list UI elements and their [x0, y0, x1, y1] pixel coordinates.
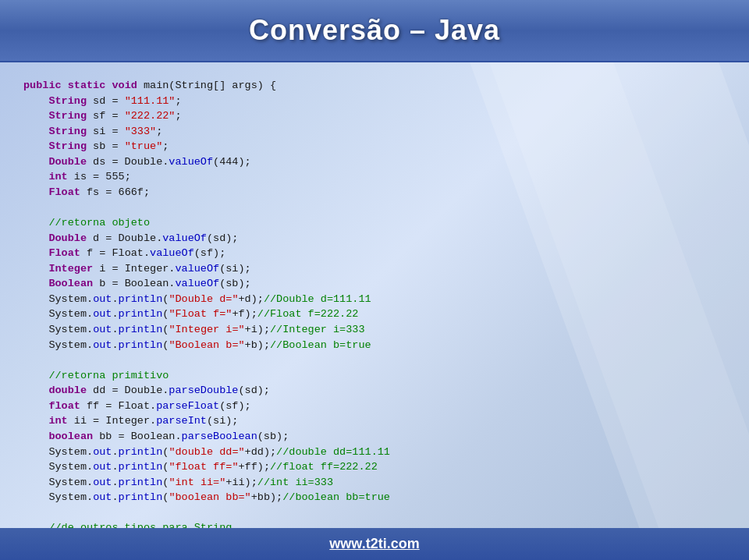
code-line-14: Boolean b = Boolean.valueOf(sb);	[23, 276, 726, 292]
code-line-24: boolean bb = Boolean.parseBoolean(sb);	[23, 429, 726, 445]
code-line-28: System.out.println("boolean bb="+bb);//b…	[23, 490, 726, 505]
code-line-29	[23, 505, 726, 521]
title-bar: Conversão – Java	[0, 0, 749, 62]
code-line-27: System.out.println("int ii="+ii);//int i…	[23, 475, 726, 491]
code-line-16: System.out.println("Float f="+f);//Float…	[23, 307, 726, 322]
code-line-2: String sd = "111.11";	[23, 94, 726, 109]
footer-url: www.t2ti.com	[329, 536, 419, 551]
code-line-1: public static void main(String[] args) {	[23, 78, 726, 94]
code-line-20: //retorna primitivo	[23, 368, 726, 384]
code-line-23: int ii = Integer.parseInt(si);	[23, 413, 726, 429]
code-line-9	[23, 200, 726, 216]
code-line-22: float ff = Float.parseFloat(sf);	[23, 399, 726, 414]
code-line-15: System.out.println("Double d="+d);//Doub…	[23, 292, 726, 307]
page-title: Conversão – Java	[249, 14, 500, 46]
code-block: public static void main(String[] args) {…	[23, 78, 726, 529]
code-line-19	[23, 353, 726, 368]
code-line-21: double dd = Double.parseDouble(sd);	[23, 383, 726, 399]
code-line-7: int is = 555;	[23, 169, 726, 185]
content-area: public static void main(String[] args) {…	[0, 62, 749, 529]
code-line-6: Double ds = Double.valueOf(444);	[23, 154, 726, 170]
code-line-8: Float fs = 666f;	[23, 185, 726, 200]
code-line-11: Double d = Double.valueOf(sd);	[23, 231, 726, 246]
code-line-4: String si = "333";	[23, 124, 726, 140]
code-line-13: Integer i = Integer.valueOf(si);	[23, 261, 726, 277]
code-line-25: System.out.println("double dd="+dd);//do…	[23, 445, 726, 460]
code-line-3: String sf = "222.22";	[23, 108, 726, 124]
code-line-12: Float f = Float.valueOf(sf);	[23, 246, 726, 261]
code-line-17: System.out.println("Integer i="+i);//Int…	[23, 322, 726, 338]
code-line-26: System.out.println("float ff="+ff);//flo…	[23, 459, 726, 475]
code-line-10: //retorna objeto	[23, 215, 726, 231]
code-line-18: System.out.println("Boolean b="+b);//Boo…	[23, 338, 726, 353]
footer-bar: www.t2ti.com	[0, 528, 749, 560]
code-line-5: String sb = "true";	[23, 139, 726, 154]
